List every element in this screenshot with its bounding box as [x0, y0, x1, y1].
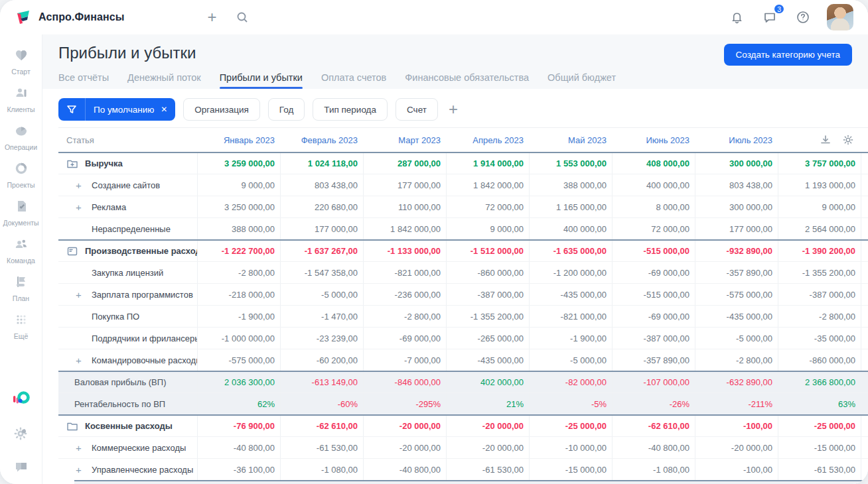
tab-all-reports[interactable]: Все отчёты	[58, 72, 109, 89]
tab-financial-obligations[interactable]: Финансовые обязательства	[405, 72, 529, 89]
sidebar-item-start[interactable]: Старт	[0, 42, 42, 80]
cell-value: -40 800,00	[612, 437, 695, 458]
cell-value: -435 000,00	[446, 349, 529, 371]
cell-value: 1 914 000,00	[446, 153, 529, 174]
help-icon[interactable]	[794, 8, 812, 27]
cell-value: -2 800,00	[197, 262, 280, 283]
filter-chip-year[interactable]: Год	[268, 98, 305, 121]
cell-value: 400 000,00	[529, 218, 612, 239]
expand-plus-icon[interactable]: +	[76, 202, 92, 213]
sidebar-item-documents[interactable]: Документы	[0, 194, 42, 231]
user-avatar[interactable]	[827, 4, 853, 30]
row-spacer	[861, 349, 868, 371]
tab-total-budget[interactable]: Общий бюджет	[547, 72, 616, 89]
expand-plus-icon[interactable]: +	[76, 180, 92, 191]
column-header-month[interactable]: Май 2023	[529, 128, 612, 152]
sidebar-item-team[interactable]: Команда	[0, 231, 42, 269]
cell-value: -69 000,00	[612, 262, 695, 283]
default-filter-chip[interactable]: По умолчанию ✕	[58, 98, 175, 121]
sidebar-item-clients[interactable]: Клиенты	[0, 80, 42, 118]
column-header-month[interactable]: Июль 2023	[695, 128, 778, 152]
row-label-cell: Подрядчики и фрилансеры	[58, 328, 197, 349]
cell-value: -1 470,00	[280, 306, 363, 327]
table-row[interactable]: Валовая прибыль (ВП)2 036 300,00-613 149…	[58, 371, 868, 393]
remove-filter-icon[interactable]: ✕	[159, 105, 175, 114]
expand-plus-icon[interactable]: +	[76, 442, 92, 454]
clients-icon	[13, 85, 29, 103]
tab-profit-loss[interactable]: Прибыли и убытки	[220, 72, 303, 89]
table-settings-gear-icon[interactable]	[842, 134, 854, 146]
filter-chip-account[interactable]: Счет	[396, 98, 438, 121]
table-row[interactable]: Нераспределенные388 000,00177 000,001 84…	[58, 217, 868, 239]
cell-value: -387 000,00	[446, 284, 529, 305]
cell-value: -1 900,00	[529, 328, 612, 349]
sidebar-item-operations[interactable]: Операции	[0, 118, 42, 156]
cell-value: -357 890,00	[695, 262, 778, 283]
cell-value: 3 259 000,00	[197, 153, 280, 174]
table-row[interactable]: +Управленческие расходы-36 100,00-1 080,…	[58, 458, 868, 480]
create-category-button[interactable]: Создать категорию учета	[724, 44, 852, 66]
table-row[interactable]: Производственные расходы-1 222 700,00-1 …	[58, 239, 868, 261]
table-row[interactable]: Покупка ПО-1 900,00-1 470,00-2 800,00-1 …	[58, 305, 868, 327]
add-icon[interactable]: +	[202, 8, 221, 27]
sidebar-item-more[interactable]: Ещё	[0, 307, 42, 345]
sidebar-item-label: Клиенты	[7, 105, 35, 113]
folder-icon[interactable]	[66, 420, 78, 432]
notifications-bell-icon[interactable]	[727, 8, 746, 27]
column-header-month[interactable]: Июнь 2023	[612, 128, 695, 152]
row-label: Нераспределенные	[92, 224, 171, 234]
cell-value: -10 000,00	[529, 437, 612, 458]
table-row[interactable]: +Создание сайтов9 000,00803 438,00177 00…	[58, 174, 868, 196]
table-row[interactable]: Выручка3 259 000,001 024 118,00287 000,0…	[58, 152, 868, 174]
sidebar-item-projects[interactable]: Проекты	[0, 156, 42, 194]
row-label-cell: Покупка ПО	[58, 306, 197, 327]
support-chat-icon[interactable]	[13, 459, 29, 475]
table-row[interactable]: +Коммерческие расходы-40 800,00-61 530,0…	[58, 436, 868, 458]
column-header-month[interactable]: Март 2023	[363, 128, 446, 152]
folder-lines-icon[interactable]	[66, 245, 78, 257]
row-label-cell: Рентабельность по ВП	[58, 393, 197, 414]
aspro-cloud-logo-icon[interactable]	[11, 389, 31, 408]
row-label: Валовая прибыль (ВП)	[74, 377, 166, 387]
table-row[interactable]: Рентабельность по ВП62%-60%-295%21%-5%-2…	[58, 393, 868, 414]
cell-value: 287 000,00	[363, 153, 446, 174]
tab-invoice-payment[interactable]: Оплата счетов	[321, 72, 386, 89]
cell-value: 2 564 000,00	[778, 218, 861, 239]
tab-cash-flow[interactable]: Денежный поток	[127, 72, 201, 89]
table-row[interactable]: Косвенные расходы-76 900,00-62 610,00-20…	[58, 414, 868, 436]
column-header-month[interactable]: Апрель 2023	[446, 128, 529, 152]
table-row[interactable]: +Реклама3 250 000,00220 680,00110 000,00…	[58, 196, 868, 217]
column-header-month[interactable]: Январь 2023	[197, 128, 280, 152]
row-label-cell: Валовая прибыль (ВП)	[58, 372, 197, 393]
cell-value: -40 800,00	[363, 459, 446, 480]
table-row[interactable]: +Зарплата программистов-218 000,00-5 000…	[58, 283, 868, 305]
table-row[interactable]: Подрядчики и фрилансеры-1 000 000,00-23 …	[58, 327, 868, 349]
expand-plus-icon[interactable]: +	[76, 355, 92, 366]
cell-value: -25 000,00	[778, 416, 861, 436]
table-row[interactable]: Закупка лицензий-2 800,00-1 547 358,00-8…	[58, 261, 868, 283]
filter-chip-period-type[interactable]: Тип периода	[313, 98, 388, 121]
sidebar-item-label: Документы	[3, 219, 38, 227]
cell-value: -1 390 200,00	[778, 241, 861, 261]
cell-value: -613 149,00	[280, 372, 363, 393]
folder-plus-icon[interactable]	[66, 158, 78, 170]
cell-value: -1 547 358,00	[280, 262, 363, 283]
column-header-month[interactable]: Февраль 2023	[280, 128, 363, 152]
expand-plus-icon[interactable]: +	[76, 289, 92, 300]
add-filter-icon[interactable]: +	[446, 101, 461, 117]
row-spacer	[861, 284, 868, 305]
top-bar: Аспро.Финансы + 3	[0, 0, 868, 34]
filter-chip-organization[interactable]: Организация	[183, 98, 259, 121]
messages-chat-icon[interactable]: 3	[760, 8, 779, 27]
sidebar-item-label: Операции	[5, 143, 37, 151]
brand[interactable]: Аспро.Финансы	[15, 9, 124, 26]
settings-gear-icon[interactable]	[13, 426, 29, 442]
sidebar-item-label: План	[13, 294, 29, 302]
table-row[interactable]: +Командировочные расходы-575 000,00-60 2…	[58, 349, 868, 371]
search-icon[interactable]	[233, 8, 252, 27]
expand-plus-icon[interactable]: +	[76, 464, 92, 475]
download-icon[interactable]	[820, 134, 832, 146]
app-window: Аспро.Финансы + 3	[0, 0, 868, 484]
sidebar-item-plan[interactable]: План	[0, 269, 42, 307]
cell-value: -2 800,00	[363, 306, 446, 327]
